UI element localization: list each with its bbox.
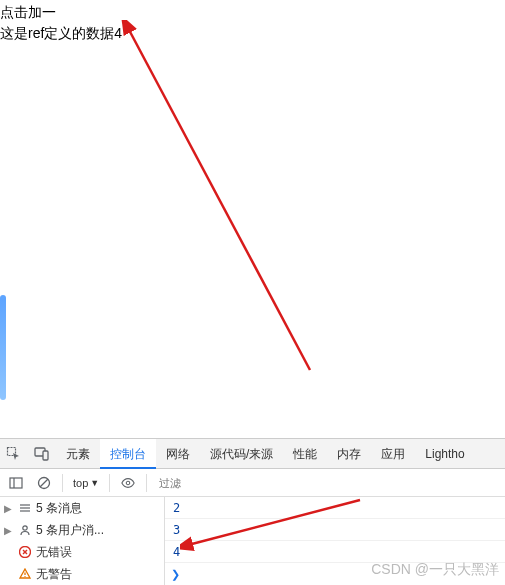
log-value: 3 (173, 523, 180, 537)
user-icon (18, 523, 32, 537)
tab-lighthouse[interactable]: Lightho (415, 439, 474, 469)
inspect-icon[interactable] (0, 439, 28, 469)
console-log-row: 4 (165, 541, 505, 563)
sidebar-label: 无错误 (36, 544, 72, 561)
watermark: CSDN @一只大黑洋 (371, 561, 499, 579)
sidebar-messages[interactable]: ▶ 5 条消息 (0, 497, 164, 519)
tab-memory[interactable]: 内存 (327, 439, 371, 469)
svg-line-7 (40, 479, 48, 487)
tab-network[interactable]: 网络 (156, 439, 200, 469)
svg-point-17 (24, 576, 25, 577)
splitter-handle[interactable] (0, 295, 6, 400)
devtools-tabs: 元素 控制台 网络 源代码/来源 性能 内存 应用 Lightho (0, 439, 505, 469)
tab-console[interactable]: 控制台 (100, 439, 156, 469)
log-value: 4 (173, 545, 180, 559)
chevron-down-icon: ▼ (90, 478, 99, 488)
filter-input[interactable] (153, 475, 501, 491)
tab-application[interactable]: 应用 (371, 439, 415, 469)
sidebar-no-errors[interactable]: 无错误 (0, 541, 164, 563)
tab-sources[interactable]: 源代码/来源 (200, 439, 283, 469)
context-label: top (73, 477, 88, 489)
svg-point-8 (126, 481, 130, 485)
clear-console-icon[interactable] (32, 471, 56, 495)
eye-icon[interactable] (116, 471, 140, 495)
console-toolbar: top ▼ (0, 469, 505, 497)
svg-rect-4 (10, 478, 22, 488)
console-log-row: 2 (165, 497, 505, 519)
sidebar-label: 5 条用户消... (36, 522, 104, 539)
sidebar-no-warnings[interactable]: 无警告 (0, 563, 164, 585)
tab-elements[interactable]: 元素 (56, 439, 100, 469)
log-value: 2 (173, 501, 180, 515)
sidebar-label: 无警告 (36, 566, 72, 583)
messages-icon (18, 501, 32, 515)
context-selector[interactable]: top ▼ (69, 475, 103, 491)
console-sidebar: ▶ 5 条消息 ▶ 5 条用户消... 无错误 无警告 (0, 497, 165, 585)
caret-right-icon: ▶ (4, 525, 14, 536)
sidebar-toggle-icon[interactable] (4, 471, 28, 495)
ref-data-text: 这是ref定义的数据4 (0, 23, 505, 44)
console-log-row: 3 (165, 519, 505, 541)
prompt-caret-icon: ❯ (171, 568, 180, 581)
increment-button[interactable]: 点击加一 (0, 2, 505, 23)
warning-icon (18, 567, 32, 581)
sidebar-user-messages[interactable]: ▶ 5 条用户消... (0, 519, 164, 541)
device-toggle-icon[interactable] (28, 439, 56, 469)
caret-right-icon: ▶ (4, 503, 14, 514)
svg-point-12 (23, 526, 27, 530)
sidebar-label: 5 条消息 (36, 500, 82, 517)
svg-rect-3 (43, 451, 48, 460)
tab-performance[interactable]: 性能 (283, 439, 327, 469)
error-icon (18, 545, 32, 559)
